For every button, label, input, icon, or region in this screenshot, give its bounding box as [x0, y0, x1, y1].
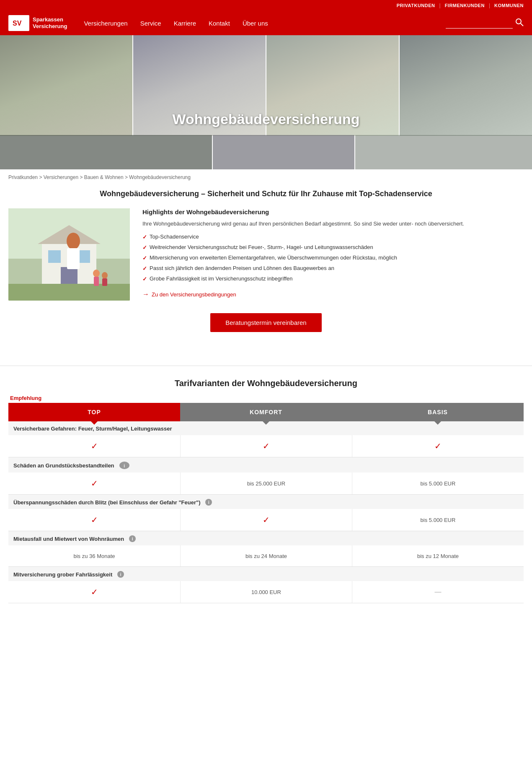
- hero-title-overlay: Wohngebäudeversicherung: [0, 111, 532, 127]
- navbar: SV Sparkassen Versicherung Versicherunge…: [0, 11, 532, 35]
- feature-cell-3-komfort: ✓: [180, 509, 352, 531]
- breadcrumb-sep-3: >: [125, 174, 129, 180]
- product-image-inner: [8, 208, 130, 301]
- empfehlung-label: Empfehlung: [8, 395, 524, 401]
- feature-header-3: Überspannungsschäden durch Blitz (bei Ei…: [8, 495, 524, 509]
- hero-bottom-3: [355, 135, 532, 169]
- check-icon: ✓: [263, 515, 270, 525]
- svg-text:SV: SV: [13, 20, 22, 27]
- svg-point-11: [67, 233, 80, 249]
- cta-button[interactable]: Beratungstermin vereinbaren: [210, 313, 321, 332]
- top-bar: PRIVATKUNDEN | FIRMENKUNDEN | KOMMUNEN: [0, 0, 532, 11]
- conditions-link[interactable]: → Zu den Versicherungsbedingungen: [142, 291, 236, 298]
- nav-ueber-uns[interactable]: Über uns: [243, 20, 268, 27]
- feature-cell-1-basis: ✓: [352, 435, 524, 457]
- search-input[interactable]: [446, 18, 513, 29]
- feature-cell-2-top: ✓: [8, 472, 180, 494]
- feature-value-2-basis: bis 5.000 EUR: [421, 480, 456, 487]
- breadcrumb-sep-1: >: [39, 174, 43, 180]
- hero-title: Wohngebäudeversicherung: [0, 111, 532, 127]
- info-icon-3[interactable]: i: [205, 499, 212, 506]
- highlight-text-1: Top-Schadenservice: [150, 233, 199, 241]
- checkmark-icon: ✓: [142, 254, 147, 262]
- feature-label-2: Schäden an Grundstücksbestandteilen: [13, 462, 114, 469]
- tab-komfort-arrow: [263, 421, 269, 425]
- feature-value-2-komfort: bis 25.000 EUR: [247, 480, 285, 487]
- cta-section: Beratungstermin vereinbaren: [8, 313, 524, 332]
- feature-values-3: ✓ ✓ bis 5.000 EUR: [8, 509, 524, 531]
- feature-cell-5-basis: —: [352, 581, 524, 603]
- hero-section: Wohngebäudeversicherung: [0, 35, 532, 169]
- nav-kontakt[interactable]: Kontakt: [209, 20, 230, 27]
- feature-cell-1-top: ✓: [8, 435, 180, 457]
- product-image: [8, 208, 130, 301]
- feature-fahrlässigkeit: Mitversicherung grober Fahrlässigkeit i …: [8, 567, 524, 603]
- top-bar-kommunen[interactable]: KOMMUNEN: [494, 3, 524, 8]
- svg-point-14: [93, 270, 100, 277]
- tab-top[interactable]: TOP: [8, 403, 180, 421]
- feature-cell-4-top: bis zu 36 Monate: [8, 545, 180, 566]
- feature-header-5: Mitversicherung grober Fahrlässigkeit i: [8, 567, 524, 581]
- info-icon-5[interactable]: i: [117, 571, 124, 578]
- tarif-title: Tarifvarianten der Wohngebäudeversicheru…: [8, 379, 524, 388]
- svg-rect-13: [8, 284, 130, 301]
- feature-value-4-komfort: bis zu 24 Monate: [245, 553, 287, 559]
- feature-label-4: Mietausfall und Mietwert von Wohnräumen: [13, 536, 124, 542]
- nav-links: Versicherungen Service Karriere Kontakt …: [84, 20, 446, 27]
- nav-service[interactable]: Service: [140, 20, 161, 27]
- breadcrumb-current: Wohngebäudeversicherung: [129, 174, 191, 180]
- feature-cell-4-basis: bis zu 12 Monate: [352, 545, 524, 566]
- feature-mietausfall: Mietausfall und Mietwert von Wohnräumen …: [8, 531, 524, 567]
- feature-value-4-top: bis zu 36 Monate: [73, 553, 115, 559]
- info-section: Highlights der Wohngebäudeversicherung I…: [8, 208, 524, 301]
- feature-values-5: ✓ 10.000 EUR —: [8, 581, 524, 603]
- highlight-text-5: Grobe Fahrlässigkeit ist im Versicherung…: [150, 275, 293, 283]
- highlight-text-4: Passt sich jährlich den ändernden Preise…: [150, 265, 334, 272]
- feature-label-3: Überspannungsschäden durch Blitz (bei Ei…: [13, 499, 200, 506]
- tab-basis-label: BASIS: [428, 409, 448, 415]
- svg-rect-15: [94, 277, 99, 286]
- feature-cell-2-komfort: bis 25.000 EUR: [180, 472, 352, 494]
- logo-icon: SV: [8, 15, 29, 31]
- nav-versicherungen[interactable]: Versicherungen: [84, 20, 127, 27]
- svg-line-3: [521, 23, 523, 26]
- checkmark-icon: ✓: [142, 275, 147, 283]
- info-icon-4[interactable]: i: [129, 535, 136, 542]
- list-item: ✓ Grobe Fahrlässigkeit ist im Versicheru…: [142, 275, 524, 283]
- hero-background: [0, 35, 532, 169]
- feature-values-4: bis zu 36 Monate bis zu 24 Monate bis zu…: [8, 545, 524, 566]
- breadcrumb-versicherungen[interactable]: Versicherungen: [44, 174, 78, 180]
- tab-basis[interactable]: BASIS: [352, 403, 524, 421]
- svg-rect-8: [48, 250, 61, 263]
- section-divider: [0, 366, 532, 366]
- feature-values-1: ✓ ✓ ✓: [8, 435, 524, 457]
- nav-karriere[interactable]: Karriere: [174, 20, 196, 27]
- check-icon: ✓: [91, 478, 98, 488]
- hero-bottom-2: [213, 135, 354, 169]
- feature-value-5-komfort: 10.000 EUR: [251, 589, 281, 595]
- tab-basis-arrow: [434, 421, 441, 425]
- check-icon: ✓: [434, 441, 442, 451]
- list-item: ✓ Passt sich jährlich den ändernden Prei…: [142, 265, 524, 272]
- top-bar-firmenkunden[interactable]: FIRMENKUNDEN: [445, 3, 485, 8]
- highlight-text-3: Mitversicherung von erweiterten Elementa…: [150, 254, 397, 262]
- breadcrumb-privatkunden[interactable]: Privatkunden: [8, 174, 38, 180]
- breadcrumb: Privatkunden > Versicherungen > Bauen & …: [0, 169, 532, 185]
- top-bar-privatkunden[interactable]: PRIVATKUNDEN: [397, 3, 435, 8]
- top-bar-separator-1: |: [439, 3, 441, 8]
- check-icon: ✓: [91, 587, 98, 597]
- list-item: ✓ Top-Schadenservice: [142, 233, 524, 241]
- check-icon: ✓: [91, 515, 98, 525]
- breadcrumb-bauen-wohnen[interactable]: Bauen & Wohnen: [84, 174, 124, 180]
- feature-value-3-basis: bis 5.000 EUR: [421, 517, 456, 523]
- main-content: Wohngebäudeversicherung – Sicherheit und…: [0, 185, 532, 361]
- highlights-intro: Ihre Wohngebäudeversicherung wird genau …: [142, 220, 524, 228]
- info-icon-2[interactable]: i: [119, 462, 129, 469]
- svg-point-16: [102, 272, 108, 279]
- svg-rect-10: [61, 267, 77, 284]
- logo[interactable]: SV Sparkassen Versicherung: [8, 15, 67, 31]
- svg-point-2: [516, 19, 521, 24]
- search-button[interactable]: [515, 18, 524, 29]
- tab-komfort[interactable]: KOMFORT: [180, 403, 352, 421]
- svg-rect-17: [102, 278, 107, 286]
